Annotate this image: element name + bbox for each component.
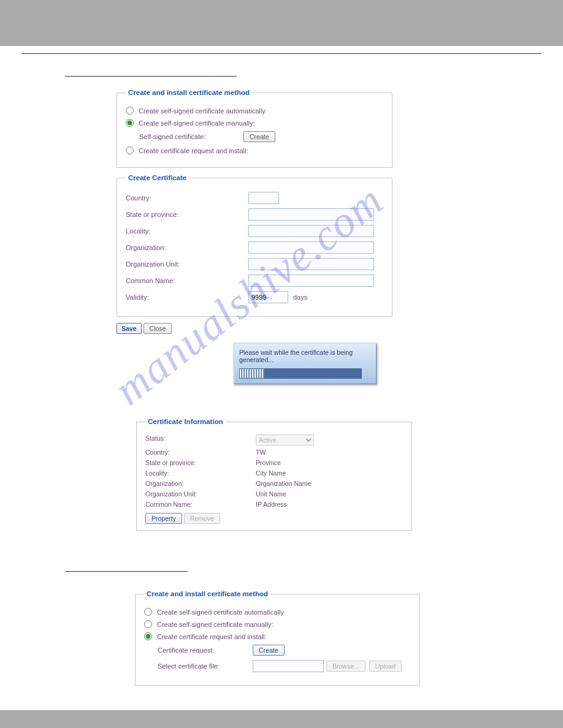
create-method-panel: Create and install certificate method Cr… — [117, 89, 393, 168]
close-button[interactable]: Close — [144, 323, 172, 334]
progress-fill — [240, 369, 264, 378]
orgunit-label: Organization Unit: — [126, 260, 248, 268]
info-orgunit-label: Organization Unit: — [145, 490, 256, 498]
cert-request-label: Certificate request: — [158, 646, 253, 654]
info-org-label: Organization: — [145, 480, 256, 487]
create-request-button[interactable]: Create — [253, 645, 285, 656]
radio-request-2-input[interactable] — [144, 632, 152, 640]
info-country-label: Country: — [145, 449, 256, 456]
cert-request-row: Certificate request: Create — [158, 645, 411, 656]
browse-button[interactable]: Browse... — [326, 661, 366, 672]
info-locality-value: City Name — [256, 469, 286, 477]
validity-label: Validity: — [126, 294, 248, 301]
remove-button: Remove — [184, 513, 220, 524]
create-method-legend: Create and install certificate method — [126, 89, 252, 96]
radio-manual-2-label: Create self-signed certificate manually: — [157, 621, 274, 628]
locality-label: Locality: — [126, 227, 248, 235]
radio-request-label: Create certificate request and install: — [139, 147, 248, 154]
progress-bar — [239, 368, 362, 379]
create-button[interactable]: Create — [243, 131, 275, 142]
info-common-value: IP Address — [256, 501, 287, 508]
country-label: Country: — [126, 194, 248, 202]
create-method-legend-2: Create and install certificate method — [144, 590, 270, 597]
file-path-input[interactable] — [253, 660, 324, 672]
info-state-value: Province — [256, 459, 281, 466]
footer-bar — [0, 710, 563, 728]
info-country-value: TW — [256, 449, 266, 456]
radio-request[interactable]: Create certificate request and install: — [126, 146, 383, 154]
radio-manual-2[interactable]: Create self-signed certificate manually: — [144, 620, 411, 628]
cert-info-legend: Certificate Information — [145, 418, 226, 425]
self-signed-label: Self-signed certificate: — [139, 133, 243, 140]
radio-auto-2-label: Create self-signed certificate automatic… — [157, 609, 284, 616]
radio-request-2-label: Create certificate request and install: — [157, 633, 267, 640]
select-file-label: Select certificate file: — [158, 662, 253, 670]
common-input[interactable] — [248, 275, 374, 287]
state-input[interactable] — [248, 208, 374, 221]
create-certificate-panel: Create Certificate Country: State or pro… — [117, 174, 393, 317]
progress-dialog: Please wait while the certificate is bei… — [233, 343, 377, 384]
orgunit-input[interactable] — [248, 258, 374, 270]
radio-manual[interactable]: Create self-signed certificate manually: — [126, 119, 383, 127]
radio-auto-input[interactable] — [126, 107, 134, 115]
create-method-panel-2: Create and install certificate method Cr… — [135, 590, 420, 686]
save-button[interactable]: Save — [117, 323, 142, 334]
org-input[interactable] — [248, 241, 374, 254]
create-cert-legend: Create Certificate — [126, 174, 189, 181]
radio-auto[interactable]: Create self-signed certificate automatic… — [126, 107, 383, 115]
radio-manual-label: Create self-signed certificate manually: — [139, 119, 255, 127]
radio-request-input[interactable] — [126, 146, 134, 154]
locality-input[interactable] — [248, 225, 374, 237]
days-label: days — [293, 294, 307, 301]
common-label: Common Name: — [126, 277, 248, 284]
info-locality-label: Locality: — [145, 469, 256, 477]
info-orgunit-value: Unit Name — [256, 490, 286, 498]
radio-request-2[interactable]: Create certificate request and install: — [144, 632, 411, 640]
radio-auto-label: Create self-signed certificate automatic… — [139, 107, 266, 115]
progress-message: Please wait while the certificate is bei… — [239, 349, 371, 363]
select-file-row: Select certificate file: Browse... Uploa… — [158, 660, 411, 672]
certificate-info-panel: Certificate Information Status: Active C… — [136, 418, 412, 531]
info-org-value: Organization Name — [256, 480, 311, 487]
state-label: State or province: — [126, 211, 248, 218]
radio-manual-input[interactable] — [126, 119, 134, 127]
section-heading-underline — [65, 66, 237, 77]
org-label: Organization: — [126, 244, 248, 251]
status-select: Active — [256, 434, 314, 446]
status-label: Status: — [145, 434, 256, 446]
section-heading-underline-2 — [65, 561, 188, 572]
self-signed-row: Self-signed certificate: Create — [139, 131, 383, 142]
upload-button[interactable]: Upload — [369, 661, 402, 672]
radio-auto-2-input[interactable] — [144, 608, 152, 616]
radio-auto-2[interactable]: Create self-signed certificate automatic… — [144, 608, 411, 616]
info-state-label: State or province: — [145, 459, 256, 466]
form-actions: Save Close — [117, 323, 502, 334]
country-input[interactable] — [248, 192, 279, 204]
property-button[interactable]: Property — [145, 513, 182, 524]
validity-input[interactable] — [248, 291, 288, 303]
header-bar — [0, 0, 563, 46]
radio-manual-2-input[interactable] — [144, 620, 152, 628]
info-common-label: Common Name: — [145, 501, 256, 508]
